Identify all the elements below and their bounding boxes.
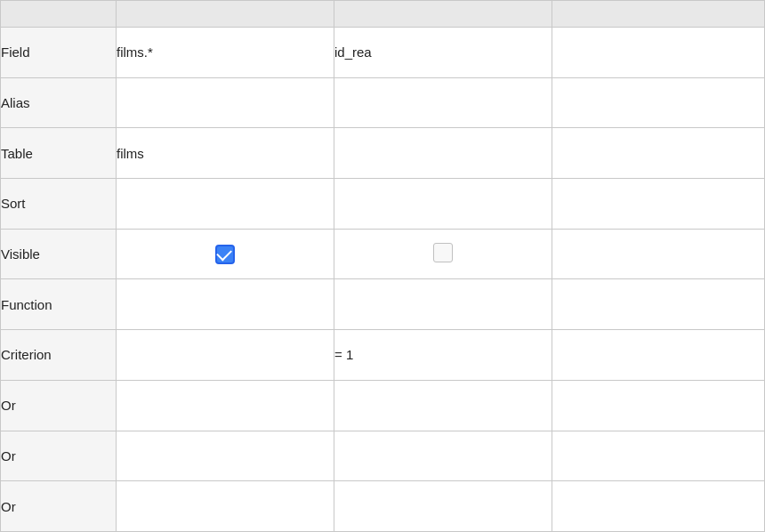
cell-col3-8 [552,431,765,481]
checkbox-checked-icon[interactable] [215,245,235,264]
cell-col3-3 [552,179,765,230]
cell-col1-0[interactable]: films.* [117,28,334,78]
row-label-sort-3: Sort [1,179,117,230]
cell-col1-5 [117,279,334,330]
header-label-col [1,1,117,28]
table-row: Tablefilms [1,128,765,179]
cell-col1-8 [117,431,334,481]
cell-col3-6 [552,330,765,381]
table-row: Or [1,431,765,481]
header-col1 [117,1,334,28]
row-label-or-7: Or [1,380,117,431]
header-col2 [334,1,552,28]
row-label-function-5: Function [1,279,117,330]
cell-col2-2 [334,128,552,179]
cell-col2-8 [334,431,552,481]
cell-col1-1 [117,77,334,128]
table-row: Criterion= 1 [1,330,765,381]
cell-col2-0[interactable]: id_rea [334,28,552,78]
row-label-table-2: Table [1,128,117,179]
cell-col2-1 [334,77,552,128]
cell-col2-6[interactable]: = 1 [334,330,552,381]
row-label-visible-4: Visible [1,229,117,279]
table-row: Visible [1,229,765,279]
visible-checkbox-col1[interactable] [117,229,334,279]
cell-col3-7 [552,380,765,431]
cell-col3-5 [552,279,765,330]
query-design-grid: Fieldfilms.*id_reaAliasTablefilmsSortVis… [0,0,765,532]
table-row: Or [1,481,765,532]
cell-col3-2 [552,128,765,179]
row-label-field-0: Field [1,28,117,78]
visible-checkbox-col2[interactable] [334,229,552,279]
table-row: Alias [1,77,765,128]
cell-col3-1 [552,77,765,128]
table-row: Sort [1,179,765,230]
cell-col2-7 [334,380,552,431]
row-label-alias-1: Alias [1,77,117,128]
table-row: Function [1,279,765,330]
cell-col1-3 [117,179,334,230]
row-label-criterion-6: Criterion [1,330,117,381]
table-row: Fieldfilms.*id_rea [1,28,765,78]
cell-col2-3 [334,179,552,230]
cell-col1-9 [117,481,334,532]
header-col3 [552,1,765,28]
cell-col2-5 [334,279,552,330]
row-label-or-9: Or [1,481,117,532]
cell-col3-0 [552,28,765,78]
cell-col2-9 [334,481,552,532]
cell-col3-9 [552,481,765,532]
cell-col1-7 [117,380,334,431]
row-label-or-8: Or [1,431,117,481]
cell-col1-6 [117,330,334,381]
checkbox-unchecked-icon[interactable] [433,243,453,262]
cell-col1-2[interactable]: films [117,128,334,179]
header-row [1,1,765,28]
visible-checkbox-col3 [552,229,765,279]
table-row: Or [1,380,765,431]
